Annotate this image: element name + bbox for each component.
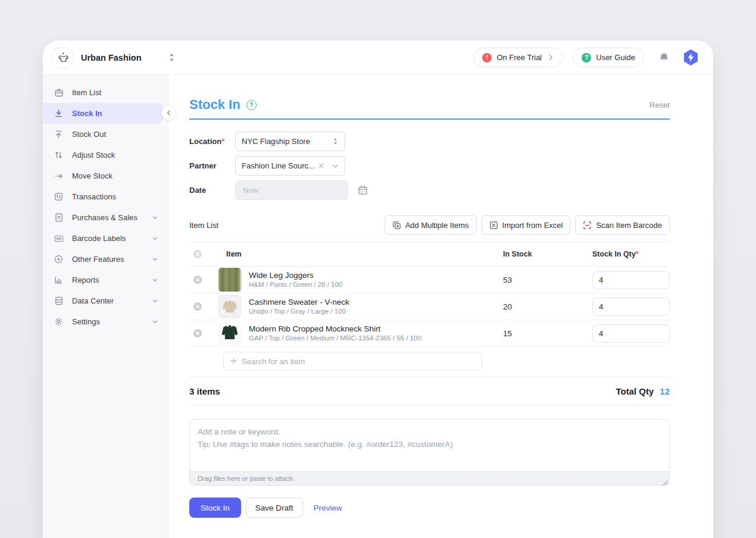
item-name: Modern Rib Cropped Mockneck Shirt [249, 324, 421, 334]
item-thumbnail [218, 268, 242, 292]
in-stock-value: 15 [503, 329, 592, 338]
remove-row-icon[interactable] [193, 329, 218, 338]
plus-circle-icon [54, 255, 64, 264]
preview-link[interactable]: Preview [314, 503, 342, 512]
chevron-down-icon [152, 318, 158, 325]
top-bar: Urban Fashion ! On Free Trial ? User Gui… [43, 40, 713, 75]
note-textarea[interactable]: Add a note or keyword. Tip: Use #tags to… [189, 419, 670, 486]
sidebar-item-purchases-sales[interactable]: Purchases & Sales [43, 207, 168, 228]
attach-hint: Drag files here or paste to attach. [190, 471, 669, 485]
column-item: Item [218, 250, 503, 258]
required-asterisk: * [221, 137, 224, 146]
add-multiple-items-button[interactable]: Add Multiple Items [385, 215, 477, 234]
item-search-input[interactable] [223, 352, 482, 371]
clear-x-icon[interactable] [318, 162, 324, 169]
table-row: Wide Leg Joggers H&M / Pants / Green / 2… [189, 267, 670, 293]
workspace-logo [51, 46, 74, 69]
page-title: Stock In [189, 96, 240, 113]
sidebar-item-reports[interactable]: Reports [43, 270, 168, 290]
remove-row-icon[interactable] [193, 275, 218, 284]
chevron-down-icon [152, 277, 158, 283]
in-stock-value: 53 [503, 276, 592, 284]
total-qty-label: Total Qty [616, 386, 654, 396]
divider [189, 405, 670, 405]
sidebar-item-label: Purchases & Sales [72, 213, 138, 222]
partner-select[interactable]: Fashion Line Sourc... [235, 156, 345, 176]
arrow-right-dashed-icon [54, 172, 64, 180]
tshirt-icon [56, 51, 69, 64]
items-count: 3 items [189, 386, 220, 396]
arrows-up-down-icon [54, 151, 64, 159]
stock-in-submit-button[interactable]: Stock In [189, 498, 241, 518]
sidebar-item-label: Data Center [72, 296, 114, 305]
sidebar-item-adjust-stock[interactable]: Adjust Stock [43, 145, 168, 165]
item-name: Cashmere Sweater - V-neck [249, 297, 349, 307]
stock-in-qty-input[interactable] [592, 271, 670, 289]
sidebar-item-settings[interactable]: Settings [43, 311, 168, 332]
location-label: Location* [189, 137, 235, 146]
partner-value: Fashion Line Sourc... [242, 161, 315, 170]
reset-button[interactable]: Reset [649, 101, 670, 110]
sidebar-item-label: Move Stock [72, 171, 113, 180]
sidebar-item-item-list[interactable]: Item List [43, 82, 168, 103]
chevron-down-icon [152, 235, 158, 242]
chevron-down-icon [332, 162, 339, 170]
item-list-label: Item List [189, 221, 218, 230]
chevron-down-icon [152, 298, 158, 304]
stock-in-icon [54, 109, 64, 118]
save-draft-button[interactable]: Save Draft [246, 498, 303, 518]
table-row: Modern Rib Cropped Mockneck Shirt GAP / … [189, 320, 670, 347]
calendar-icon[interactable] [358, 185, 368, 195]
main-content: Stock In ? Reset Location* NYC Flagship … [168, 75, 713, 538]
stock-out-icon [54, 130, 64, 139]
item-thumbnail [218, 321, 242, 345]
sidebar-collapse-button[interactable] [161, 105, 176, 120]
sidebar-item-label: Reports [72, 276, 99, 284]
note-placeholder-line2: Tip: Use #tags to make notes searchable.… [198, 438, 661, 451]
import-from-excel-button[interactable]: Import from Excel [482, 215, 571, 234]
stock-in-qty-input[interactable] [592, 324, 670, 343]
sidebar-item-label: Other Features [72, 255, 124, 264]
location-select[interactable]: NYC Flagship Store [235, 132, 345, 151]
chevron-down-icon [152, 214, 158, 221]
chevron-right-icon [548, 54, 554, 61]
excel-icon [489, 221, 498, 230]
workspace-switcher-icon[interactable] [168, 53, 176, 62]
note-placeholder-line1: Add a note or keyword. [198, 426, 661, 438]
question-circle-icon: ? [582, 53, 591, 62]
sidebar-item-stock-in[interactable]: Stock In [43, 103, 163, 124]
column-stock-in-qty: Stock In Qty* [592, 250, 670, 258]
date-input[interactable] [235, 180, 348, 200]
notifications-bell-icon[interactable] [658, 52, 670, 64]
sidebar-item-other-features[interactable]: Other Features [43, 249, 168, 270]
sidebar-item-transactions[interactable]: Transactions [43, 186, 168, 207]
sidebar-item-label: Stock Out [72, 130, 106, 139]
item-attributes: Uniqlo / Top / Gray / Large / 100 [249, 307, 349, 316]
help-icon[interactable]: ? [246, 100, 257, 110]
required-asterisk: * [636, 250, 639, 258]
app-window: Urban Fashion ! On Free Trial ? User Gui… [43, 40, 713, 538]
sidebar-item-move-stock[interactable]: Move Stock [43, 165, 168, 186]
sidebar-item-barcode-labels[interactable]: Barcode Labels [43, 228, 168, 249]
sidebar-item-stock-out[interactable]: Stock Out [43, 124, 168, 145]
sidebar-item-data-center[interactable]: Data Center [43, 290, 168, 311]
resize-handle-icon[interactable] [661, 477, 668, 484]
sorter-icon [332, 137, 339, 145]
date-label: Date [189, 186, 235, 195]
remove-all-icon[interactable] [193, 249, 218, 259]
package-icon [54, 88, 64, 98]
column-in-stock: In Stock [503, 250, 592, 258]
transactions-icon [54, 192, 64, 201]
user-guide-button[interactable]: ? User Guide [573, 48, 644, 67]
remove-row-icon[interactable] [193, 302, 218, 311]
gear-icon [54, 317, 64, 326]
scan-item-barcode-button[interactable]: Scan Item Barcode [575, 215, 670, 234]
item-thumbnail [218, 295, 242, 318]
stock-in-qty-input[interactable] [592, 298, 670, 316]
app-hexagon-icon[interactable] [683, 49, 699, 66]
item-attributes: H&M / Pants / Green / 28 / 100 [249, 280, 342, 289]
database-icon [54, 296, 64, 305]
free-trial-button[interactable]: ! On Free Trial [473, 48, 563, 67]
total-qty-value: 12 [660, 386, 670, 396]
bar-chart-icon [54, 276, 64, 284]
